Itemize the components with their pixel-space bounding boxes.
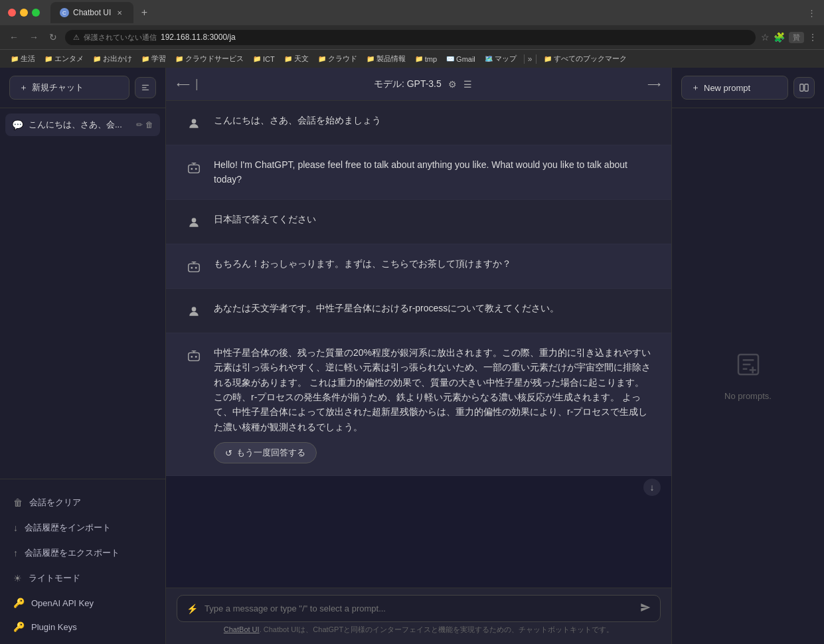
tab-bar: C Chatbot UI ✕ + xyxy=(50,2,802,23)
new-prompt-label: New prompt xyxy=(704,83,750,93)
regenerate-button[interactable]: ↺ もう一度回答する xyxy=(214,442,317,463)
delete-chat-button[interactable]: 🗑 xyxy=(145,120,153,129)
bookmark-folder-icon: 📁 xyxy=(44,55,52,62)
edit-chat-button[interactable]: ✏ xyxy=(136,120,143,129)
toolbar-right: ☆ 🧩 贊 ⋮ xyxy=(761,32,817,43)
chat-main: ⟵ | モデル: GPT-3.5 ⚙ ☰ ⟶ こんにちは、さあ、会話を始めましょ… xyxy=(166,68,671,644)
bookmark-folder-icon: 📁 xyxy=(175,55,183,62)
star-icon[interactable]: ☆ xyxy=(761,32,770,42)
bookmark-folder-icon: 📁 xyxy=(318,55,326,62)
left-sidebar: ＋ 新規チャット 💬 こんにちは、さあ、会... ✏ 🗑 xyxy=(0,68,166,644)
refresh-icon: ↺ xyxy=(225,448,232,458)
bolt-icon: ⚡ xyxy=(187,604,198,614)
openai-api-key-button[interactable]: 🔑 OpenAI API Key xyxy=(5,591,160,615)
scroll-down-button[interactable]: ↓ xyxy=(643,479,661,496)
collapse-sidebar-button[interactable]: ⟵ xyxy=(177,79,190,90)
more-bookmarks-icon[interactable]: » xyxy=(528,54,533,64)
bookmark-label: 学習 xyxy=(151,54,166,64)
chat-list-item[interactable]: 💬 こんにちは、さあ、会... ✏ 🗑 xyxy=(5,114,160,136)
address-bar: ← → ↻ ⚠ 保護されていない通信 192.168.11.8:3000/ja … xyxy=(0,25,824,49)
cursor-indicator: | xyxy=(195,77,199,91)
svg-rect-2 xyxy=(142,90,149,90)
header-right: ⟶ xyxy=(647,79,661,90)
chat-input[interactable] xyxy=(205,604,633,613)
browser-menu-icon[interactable]: ⋮ xyxy=(807,8,816,18)
minimize-window-button[interactable] xyxy=(20,9,28,17)
bookmark-label: クラウド xyxy=(328,54,357,64)
all-bookmarks-item[interactable]: 📁 すべてのブックマーク xyxy=(540,52,631,65)
chat-input-wrapper: ⚡ xyxy=(177,595,661,622)
browser-chrome: C Chatbot UI ✕ + ⋮ ← → ↻ ⚠ 保護されていない通信 19… xyxy=(0,0,824,68)
sidebar-divider xyxy=(0,479,165,479)
svg-rect-16 xyxy=(805,84,808,92)
browser-options-icon[interactable]: ⋮ xyxy=(808,32,817,42)
extension-icon[interactable]: 🧩 xyxy=(774,32,785,42)
menu-icon[interactable]: ☰ xyxy=(463,79,472,90)
tab-favicon: C xyxy=(60,8,69,17)
import-history-button[interactable]: ↓ 会話履歴をインポート xyxy=(5,515,160,540)
close-window-button[interactable] xyxy=(8,9,16,17)
footer-description: . Chatbot UIは、ChatGPTと同様のインターフェイスと機能を実現す… xyxy=(260,625,614,633)
bookmark-folder-icon: 📁 xyxy=(253,55,261,62)
bot-message: 中性子星合体の後、残った質量の20%程度が銀河系に放出されます。この際、重力的に… xyxy=(166,333,671,476)
bookmark-item[interactable]: 📁 エンタメ xyxy=(41,52,88,65)
new-prompt-button[interactable]: ＋ New prompt xyxy=(681,76,788,100)
bookmark-folder-icon: 📁 xyxy=(284,55,292,62)
bookmark-item[interactable]: 📁 クラウドサービス xyxy=(171,52,248,65)
chatbot-ui-link[interactable]: ChatBot UI xyxy=(224,625,260,633)
model-label: モデル: GPT-3.5 xyxy=(374,78,442,90)
user-avatar xyxy=(185,302,203,321)
traffic-lights xyxy=(8,9,40,17)
bookmark-folder-icon: 📁 xyxy=(367,55,374,62)
bookmark-item[interactable]: 📁 ICT xyxy=(249,54,279,64)
bookmark-item[interactable]: 📁 お出かけ xyxy=(89,52,136,65)
svg-rect-12 xyxy=(189,353,200,361)
plugin-keys-button[interactable]: 🔑 Plugin Keys xyxy=(5,615,160,639)
bookmark-item[interactable]: 🗺️ マップ xyxy=(481,52,521,65)
bookmark-item[interactable]: ✉️ Gmail xyxy=(442,54,479,64)
forward-button[interactable]: → xyxy=(27,31,41,44)
expand-sidebar-button[interactable] xyxy=(135,77,156,98)
send-button[interactable] xyxy=(640,602,651,615)
address-input[interactable]: ⚠ 保護されていない通信 192.168.11.8:3000/ja xyxy=(65,30,756,45)
app-layout: ＋ 新規チャット 💬 こんにちは、さあ、会... ✏ 🗑 xyxy=(0,68,824,644)
chat-header: ⟵ | モデル: GPT-3.5 ⚙ ☰ ⟶ xyxy=(166,68,671,101)
back-button[interactable]: ← xyxy=(7,31,21,44)
svg-point-9 xyxy=(191,267,193,269)
bookmark-item[interactable]: 📁 製品情報 xyxy=(363,52,410,65)
bookmark-item[interactable]: 📁 tmp xyxy=(411,54,441,64)
key-icon: 🔑 xyxy=(13,598,25,608)
bookmark-item[interactable]: 📁 クラウド xyxy=(314,52,361,65)
new-chat-button[interactable]: ＋ 新規チャット xyxy=(9,76,129,100)
expand-prompts-button[interactable] xyxy=(793,77,815,98)
title-bar: C Chatbot UI ✕ + ⋮ xyxy=(0,0,824,25)
chat-list: 💬 こんにちは、さあ、会... ✏ 🗑 xyxy=(0,108,165,473)
bookmark-label: エンタメ xyxy=(54,54,84,64)
security-warning-label: 保護されていない通信 xyxy=(84,33,157,42)
clear-conversation-button[interactable]: 🗑 会話をクリア xyxy=(5,490,160,515)
browser-tab[interactable]: C Chatbot UI ✕ xyxy=(50,2,133,23)
bookmark-label: クラウドサービス xyxy=(185,54,244,64)
bookmark-item[interactable]: 📁 天文 xyxy=(280,52,313,65)
svg-rect-8 xyxy=(189,264,200,272)
refresh-button[interactable]: ↻ xyxy=(46,31,60,44)
footer-text: ChatBot UI. Chatbot UIは、ChatGPTと同様のインターフ… xyxy=(177,622,661,640)
new-tab-button[interactable]: + xyxy=(136,5,152,21)
expand-chat-button[interactable]: ⟶ xyxy=(647,79,661,90)
user-message: 日本語で答えてください xyxy=(166,200,671,244)
user-avatar xyxy=(185,114,203,133)
settings-icon[interactable]: ⚙ xyxy=(448,79,457,90)
bot-message-content: Hello! I'm ChatGPT, please feel free to … xyxy=(214,157,653,187)
bookmark-item[interactable]: 📁 生活 xyxy=(7,52,39,65)
more-tools-label[interactable]: 贊 xyxy=(789,32,804,43)
bookmark-maps-icon: 🗺️ xyxy=(485,55,493,62)
tab-close-button[interactable]: ✕ xyxy=(115,8,124,17)
bookmark-item[interactable]: 📁 学習 xyxy=(137,52,170,65)
bookmark-folder-icon: 📁 xyxy=(93,55,101,62)
light-mode-button[interactable]: ☀ ライトモード xyxy=(5,566,160,591)
export-history-button[interactable]: ↑ 会話履歴をエクスポート xyxy=(5,540,160,566)
svg-point-6 xyxy=(195,168,197,170)
no-prompts-label: No prompts. xyxy=(724,391,772,401)
maximize-window-button[interactable] xyxy=(32,9,40,17)
import-icon: ↓ xyxy=(13,523,18,533)
